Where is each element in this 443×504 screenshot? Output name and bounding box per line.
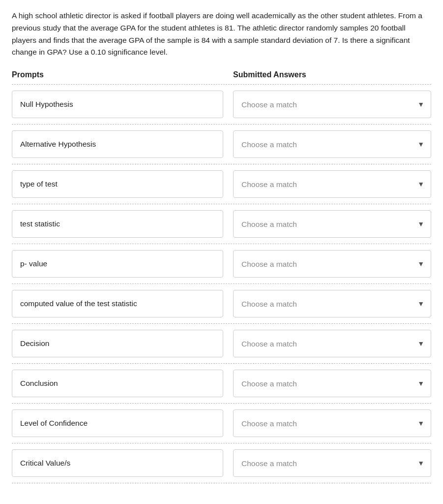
dropdown-type-of-test[interactable]: Choose a match bbox=[233, 170, 431, 198]
prompt-label-null-hypothesis: Null Hypothesis bbox=[12, 91, 223, 118]
answer-cell-null-hypothesis: Choose a match▼ bbox=[233, 91, 431, 118]
table-row: p- valueChoose a match▼ bbox=[12, 244, 431, 284]
prompt-label-computed-value: computed value of the test statistic bbox=[12, 290, 223, 317]
prompts-header: Prompts bbox=[12, 70, 233, 79]
table-row: Critical Value/sChoose a match▼ bbox=[12, 443, 431, 483]
prompt-cell-p-value: p- value bbox=[12, 250, 233, 278]
answer-cell-test-statistic: Choose a match▼ bbox=[233, 210, 431, 238]
submitted-header: Submitted Answers bbox=[233, 70, 431, 79]
matching-rows: Null HypothesisChoose a match▼Alternativ… bbox=[12, 84, 431, 483]
dropdown-critical-value[interactable]: Choose a match bbox=[233, 449, 431, 477]
answer-cell-p-value: Choose a match▼ bbox=[233, 250, 431, 278]
answer-cell-conclusion: Choose a match▼ bbox=[233, 370, 431, 397]
prompt-cell-decision: Decision bbox=[12, 330, 233, 357]
prompt-label-level-of-confidence: Level of Confidence bbox=[12, 410, 223, 437]
prompt-label-test-statistic: test statistic bbox=[12, 210, 223, 238]
table-row: type of testChoose a match▼ bbox=[12, 164, 431, 204]
answer-cell-computed-value: Choose a match▼ bbox=[233, 290, 431, 317]
prompt-label-conclusion: Conclusion bbox=[12, 370, 223, 397]
table-row: test statisticChoose a match▼ bbox=[12, 204, 431, 244]
prompt-cell-test-statistic: test statistic bbox=[12, 210, 233, 238]
table-row: Alternative HypothesisChoose a match▼ bbox=[12, 124, 431, 164]
prompt-cell-type-of-test: type of test bbox=[12, 170, 233, 198]
prompt-cell-critical-value: Critical Value/s bbox=[12, 449, 233, 477]
dropdown-level-of-confidence[interactable]: Choose a match bbox=[233, 410, 431, 437]
dropdown-p-value[interactable]: Choose a match bbox=[233, 250, 431, 278]
answer-cell-level-of-confidence: Choose a match▼ bbox=[233, 410, 431, 437]
dropdown-computed-value[interactable]: Choose a match bbox=[233, 290, 431, 317]
prompt-label-critical-value: Critical Value/s bbox=[12, 449, 223, 477]
prompt-cell-level-of-confidence: Level of Confidence bbox=[12, 410, 233, 437]
prompt-cell-conclusion: Conclusion bbox=[12, 370, 233, 397]
answer-cell-alternative-hypothesis: Choose a match▼ bbox=[233, 130, 431, 158]
prompt-label-decision: Decision bbox=[12, 330, 223, 357]
dropdown-test-statistic[interactable]: Choose a match bbox=[233, 210, 431, 238]
prompt-label-alternative-hypothesis: Alternative Hypothesis bbox=[12, 130, 223, 158]
table-row: ConclusionChoose a match▼ bbox=[12, 363, 431, 403]
prompt-cell-alternative-hypothesis: Alternative Hypothesis bbox=[12, 130, 233, 158]
dropdown-conclusion[interactable]: Choose a match bbox=[233, 370, 431, 397]
answer-cell-decision: Choose a match▼ bbox=[233, 330, 431, 357]
answer-cell-critical-value: Choose a match▼ bbox=[233, 449, 431, 477]
dropdown-null-hypothesis[interactable]: Choose a match bbox=[233, 91, 431, 118]
table-row: Null HypothesisChoose a match▼ bbox=[12, 84, 431, 124]
table-row: computed value of the test statisticChoo… bbox=[12, 284, 431, 323]
table-row: DecisionChoose a match▼ bbox=[12, 323, 431, 363]
problem-description: A high school athletic director is asked… bbox=[12, 10, 431, 59]
prompt-label-type-of-test: type of test bbox=[12, 170, 223, 198]
dropdown-alternative-hypothesis[interactable]: Choose a match bbox=[233, 130, 431, 158]
dropdown-decision[interactable]: Choose a match bbox=[233, 330, 431, 357]
answer-cell-type-of-test: Choose a match▼ bbox=[233, 170, 431, 198]
table-row: Level of ConfidenceChoose a match▼ bbox=[12, 403, 431, 443]
prompt-label-p-value: p- value bbox=[12, 250, 223, 278]
prompt-cell-null-hypothesis: Null Hypothesis bbox=[12, 91, 233, 118]
prompt-cell-computed-value: computed value of the test statistic bbox=[12, 290, 233, 317]
